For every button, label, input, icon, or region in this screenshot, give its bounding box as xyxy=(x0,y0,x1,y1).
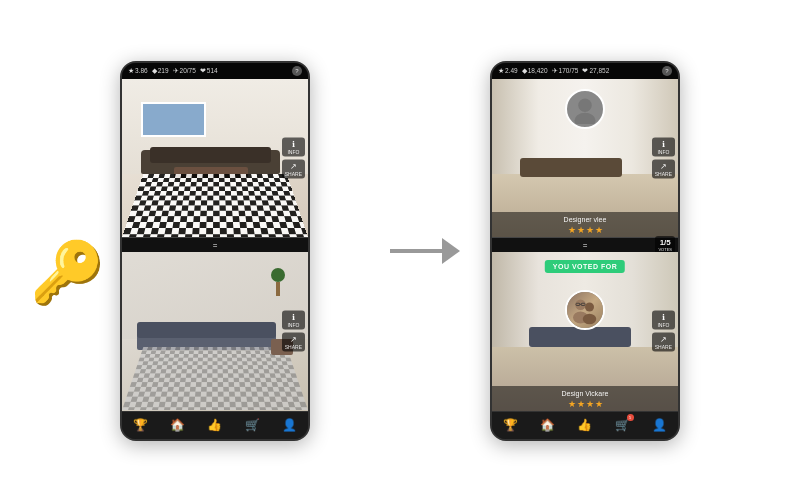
right-top-designer-name: Designer vlee xyxy=(492,216,678,223)
right-divider: = 1/5 VOTES xyxy=(492,238,678,252)
voted-for-banner: YOU VOTED FOR xyxy=(545,260,625,273)
right-bottom-panel: YOU VOTED FOR xyxy=(492,252,678,411)
left-top-share-btn[interactable]: ↗ SHARE xyxy=(282,159,305,178)
right-top-designer-overlay: Designer vlee ★ ★ ★ ★ xyxy=(492,212,678,237)
left-bottom-room: ℹ INFO ↗ SHARE xyxy=(122,252,308,411)
left-nav-shop[interactable]: 🛒 xyxy=(245,418,260,432)
right-top-rating: ★ ★ ★ ★ xyxy=(492,225,678,235)
arrow-indicator xyxy=(390,236,460,266)
left-status-bar: ★ 3.86 ◆ 219 ✈ 20/75 ❤ 514 xyxy=(122,63,308,79)
right-arrow xyxy=(390,236,460,266)
right-bottom-side-buttons: ℹ INFO ↗ SHARE xyxy=(652,311,675,352)
svg-point-2 xyxy=(575,300,586,311)
left-nav-home[interactable]: 🏠 xyxy=(170,418,185,432)
svg-point-5 xyxy=(583,314,597,325)
left-nav-profile[interactable]: 👤 xyxy=(282,418,297,432)
right-top-info-btn[interactable]: ℹ INFO xyxy=(652,137,675,156)
right-nav-like[interactable]: 👍 xyxy=(577,418,592,432)
right-phone: ★ 2.49 ◆ 18,420 ✈ 170/75 ❤ 27,852 xyxy=(490,61,680,441)
left-help-button[interactable]: ? xyxy=(292,66,302,76)
left-bottom-nav: 🏆 🏠 👍 🛒 👤 xyxy=(122,411,308,439)
left-bottom-share-btn[interactable]: ↗ SHARE xyxy=(282,333,305,352)
right-nav-trophy[interactable]: 🏆 xyxy=(503,418,518,432)
left-nav-trophy[interactable]: 🏆 xyxy=(133,418,148,432)
right-status-bar: ★ 2.49 ◆ 18,420 ✈ 170/75 ❤ 27,852 xyxy=(492,63,678,79)
right-top-share-btn[interactable]: ↗ SHARE xyxy=(652,159,675,178)
left-top-info-btn[interactable]: ℹ INFO xyxy=(282,137,305,156)
right-top-avatar xyxy=(565,89,605,129)
right-help-button[interactable]: ? xyxy=(662,66,672,76)
right-bottom-rating: ★ ★ ★ ★ xyxy=(492,399,678,409)
left-divider: = xyxy=(122,238,308,252)
left-top-room: ℹ INFO ↗ SHARE xyxy=(122,79,308,239)
left-bottom-side-buttons: ℹ INFO ↗ SHARE xyxy=(282,311,305,352)
right-nav-profile[interactable]: 👤 xyxy=(652,418,667,432)
left-bottom-info-btn[interactable]: ℹ INFO xyxy=(282,311,305,330)
right-bottom-share-btn[interactable]: ↗ SHARE xyxy=(652,333,675,352)
right-nav-home[interactable]: 🏠 xyxy=(540,418,555,432)
key-icon: 🔑 xyxy=(30,236,105,307)
right-bottom-designer-name: Design Vickare xyxy=(492,390,678,397)
right-bottom-designer-overlay: Design Vickare ★ ★ ★ ★ xyxy=(492,386,678,411)
left-top-side-buttons: ℹ INFO ↗ SHARE xyxy=(282,137,305,178)
right-bottom-nav: 🏆 🏠 👍 🛒 5 👤 xyxy=(492,411,678,439)
svg-point-1 xyxy=(575,112,596,123)
right-top-side-buttons: ℹ INFO ↗ SHARE xyxy=(652,137,675,178)
left-phone: ★ 3.86 ◆ 219 ✈ 20/75 ❤ 514 xyxy=(120,61,310,441)
shop-badge: 5 xyxy=(627,414,634,421)
left-nav-like[interactable]: 👍 xyxy=(207,418,222,432)
right-bottom-avatar xyxy=(565,290,605,330)
svg-point-4 xyxy=(585,303,594,312)
right-nav-shop[interactable]: 🛒 5 xyxy=(615,418,630,432)
main-scene: 🔑 ★ 3.86 ◆ 219 ✈ 20/75 xyxy=(0,0,800,501)
svg-point-0 xyxy=(578,98,592,112)
right-top-panel: Designer vlee ★ ★ ★ ★ ℹ INFO ↗ xyxy=(492,79,678,239)
right-bottom-info-btn[interactable]: ℹ INFO xyxy=(652,311,675,330)
